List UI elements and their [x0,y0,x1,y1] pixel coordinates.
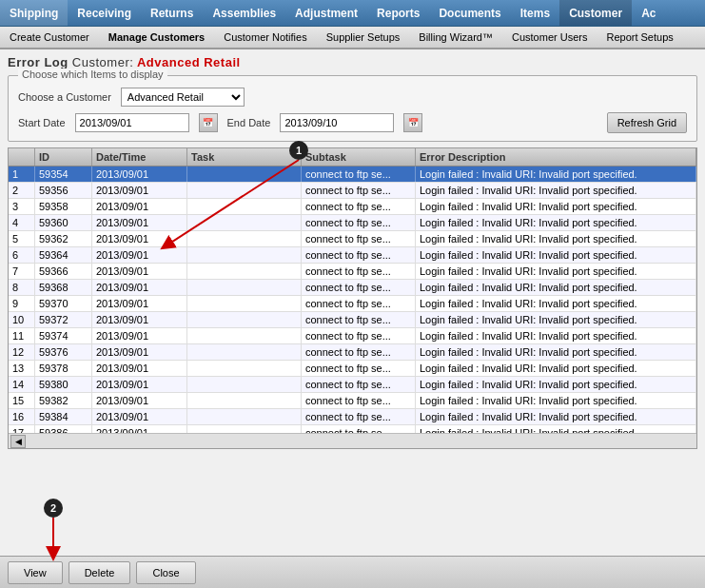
grid-cell: connect to ftp se... [302,167,416,182]
top-nav-item-returns[interactable]: Returns [141,0,203,26]
top-nav-item-receiving[interactable]: Receiving [68,0,141,26]
grid-cell: 12 [9,344,35,360]
grid-cell: 3 [9,199,35,214]
view-button[interactable]: View [8,561,63,584]
top-nav-item-assemblies[interactable]: Assemblies [203,0,285,26]
grid-cell: 59374 [35,328,92,343]
close-button[interactable]: Close [136,561,195,584]
table-row[interactable]: 12593762013/09/01connect to ftp se...Log… [9,344,696,361]
grid-cell: connect to ftp se... [302,264,416,279]
start-date-input[interactable] [75,113,189,132]
table-row[interactable]: 11593742013/09/01connect to ftp se...Log… [9,328,696,344]
grid-cell: connect to ftp se... [302,199,416,214]
sub-nav-item-customer-notifies[interactable]: Customer Notifies [214,27,316,48]
table-row[interactable]: 2593562013/09/01connect to ftp se...Logi… [9,183,696,199]
table-row[interactable]: 16593842013/09/01connect to ftp se...Log… [9,409,696,425]
table-row[interactable]: 7593662013/09/01connect to ftp se...Logi… [9,264,696,280]
grid-cell [187,377,302,392]
table-row[interactable]: 9593702013/09/01connect to ftp se...Logi… [9,296,696,312]
table-row[interactable]: 13593782013/09/01connect to ftp se...Log… [9,361,696,377]
sub-nav-item-report-setups[interactable]: Report Setups [597,27,682,48]
grid-cell: Login failed : Invalid URI: Invalid port… [416,409,696,424]
grid-cell: 59382 [35,393,92,408]
grid-cell: 59376 [35,344,92,360]
refresh-grid-button[interactable]: Refresh Grid [607,112,687,133]
grid-cell: Login failed : Invalid URI: Invalid port… [416,199,696,214]
table-row[interactable]: 15593822013/09/01connect to ftp se...Log… [9,393,696,409]
grid-cell: 59360 [35,215,92,230]
table-row[interactable]: 8593682013/09/01connect to ftp se...Logi… [9,280,696,296]
top-nav-item-adjustment[interactable]: Adjustment [285,0,367,26]
grid-cell: connect to ftp se... [302,409,416,424]
table-row[interactable]: 6593642013/09/01connect to ftp se...Logi… [9,247,696,264]
grid-cell: 6 [9,247,35,263]
grid-cell: 2013/09/01 [92,296,187,311]
top-nav-item-items[interactable]: Items [511,0,559,26]
filter-panel: Choose which Items to display Choose a C… [8,75,697,142]
grid-cell: 2013/09/01 [92,247,187,263]
grid-cell: Login failed : Invalid URI: Invalid port… [416,183,696,198]
start-date-calendar-button[interactable]: 📅 [199,113,218,132]
table-row[interactable]: 14593802013/09/01connect to ftp se...Log… [9,377,696,393]
col-datetime: Date/Time [92,148,187,166]
grid-cell: 59366 [35,264,92,279]
grid-cell: 59364 [35,247,92,263]
grid-cell: 2013/09/01 [92,183,187,198]
grid-cell: connect to ftp se... [302,280,416,295]
grid-cell [187,361,302,376]
col-task: Task [187,148,302,166]
col-subtask: Subtask [302,148,416,166]
grid-cell: 10 [9,312,35,327]
top-nav-item-shipping[interactable]: Shipping [0,0,68,26]
grid-cell: 14 [9,377,35,392]
grid-cell: 9 [9,296,35,311]
sub-nav-item-billing-wizard[interactable]: Billing Wizard™ [409,27,502,48]
top-nav-item-documents[interactable]: Documents [429,0,510,26]
grid-cell: Login failed : Invalid URI: Invalid port… [416,247,696,263]
scroll-left-button[interactable]: ◀ [10,435,26,448]
grid-cell: 59384 [35,409,92,424]
end-date-calendar-button[interactable]: 📅 [403,113,422,132]
sub-nav-item-manage-customers[interactable]: Manage Customers [99,27,214,48]
sub-nav-item-customer-users[interactable]: Customer Users [502,27,597,48]
grid-cell [187,393,302,408]
grid-cell [187,328,302,343]
grid-cell: 16 [9,409,35,424]
table-row[interactable]: 5593622013/09/01connect to ftp se...Logi… [9,231,696,247]
grid-cell: 13 [9,361,35,376]
grid-cell [187,312,302,327]
col-error: Error Description [416,148,696,166]
grid-cell: Login failed : Invalid URI: Invalid port… [416,425,696,433]
grid-cell: Login failed : Invalid URI: Invalid port… [416,312,696,327]
sub-nav-item-create-customer[interactable]: Create Customer [0,27,99,48]
grid-cell: 59378 [35,361,92,376]
grid-cell: 5 [9,231,35,246]
grid-cell: 7 [9,264,35,279]
grid-cell [187,280,302,295]
table-row[interactable]: 4593602013/09/01connect to ftp se...Logi… [9,215,696,231]
grid-cell: Login failed : Invalid URI: Invalid port… [416,215,696,230]
table-row[interactable]: 3593582013/09/01connect to ftp se...Logi… [9,199,696,215]
filter-panel-title: Choose which Items to display [18,69,167,80]
top-nav-item-ac[interactable]: Ac [632,0,665,26]
customer-select[interactable]: Advanced Retail [121,88,245,107]
top-nav-item-customer[interactable]: Customer [559,0,632,26]
top-nav-item-reports[interactable]: Reports [367,0,429,26]
delete-button[interactable]: Delete [69,561,131,584]
table-row[interactable]: 17593862013/09/01connect to ftp se...Log… [9,425,696,433]
grid-cell: 2 [9,183,35,198]
grid-cell: 2013/09/01 [92,393,187,408]
grid-cell [187,264,302,279]
sub-nav-item-supplier-setups[interactable]: Supplier Setups [317,27,410,48]
grid-cell: Login failed : Invalid URI: Invalid port… [416,167,696,182]
end-date-label: End Date [227,117,271,128]
grid-cell: connect to ftp se... [302,231,416,246]
grid-cell [187,167,302,182]
table-row[interactable]: 1593542013/09/01connect to ftp se...Logi… [9,167,696,183]
grid-cell: 59372 [35,312,92,327]
horizontal-scroll[interactable]: ◀ [9,433,696,448]
end-date-input[interactable] [280,113,394,132]
table-row[interactable]: 10593722013/09/01connect to ftp se...Log… [9,312,696,328]
grid-cell: 59386 [35,425,92,433]
grid-cell: connect to ftp se... [302,247,416,263]
